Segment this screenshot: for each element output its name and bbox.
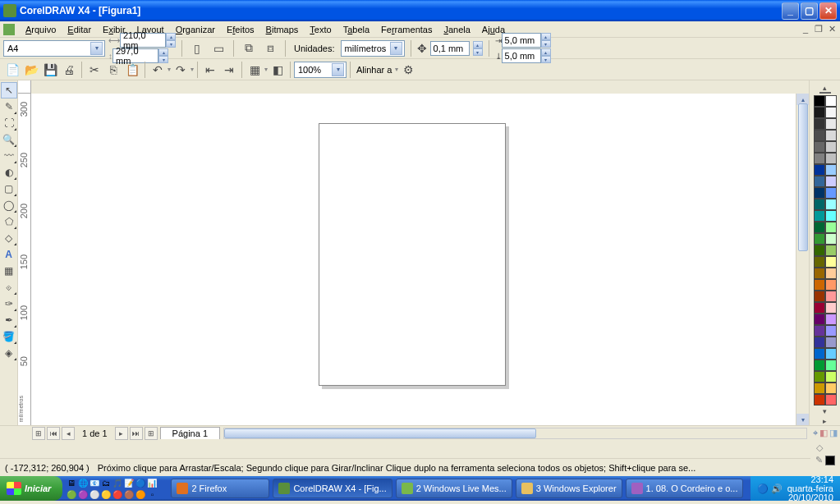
print-button[interactable]: 🖨 — [60, 61, 78, 79]
color-swatch[interactable] — [814, 383, 825, 394]
ql-icon[interactable]: 🟡 — [100, 488, 112, 500]
rectangle-tool[interactable]: ▢ — [1, 181, 17, 197]
color-swatch[interactable] — [814, 95, 825, 107]
color-swatch[interactable] — [814, 233, 825, 245]
color-swatch[interactable] — [814, 210, 825, 222]
color-swatch[interactable] — [825, 210, 837, 222]
color-swatch[interactable] — [825, 337, 837, 348]
color-swatch[interactable] — [814, 141, 825, 153]
scroll-thumb[interactable] — [798, 103, 808, 251]
horizontal-scrollbar[interactable] — [223, 428, 807, 439]
dup-x-input[interactable]: 5,0 mm — [502, 33, 541, 48]
taskbar-item[interactable]: 1. 08. O Cordeiro e o... — [626, 479, 744, 498]
color-swatch[interactable] — [814, 245, 825, 256]
color-swatch[interactable] — [825, 95, 837, 107]
menu-bitmaps[interactable]: Bitmaps — [260, 23, 305, 36]
start-button[interactable]: Iniciar — [0, 476, 62, 501]
tray-icon[interactable]: 🔵 — [757, 483, 769, 494]
menu-tabela[interactable]: Tabela — [337, 23, 375, 36]
color-swatch[interactable] — [814, 256, 825, 268]
color-swatch[interactable] — [814, 325, 825, 337]
open-button[interactable]: 📂 — [22, 61, 40, 79]
vertical-scrollbar[interactable]: ▴ ▾ — [796, 94, 809, 425]
color-swatch[interactable] — [825, 118, 837, 130]
ruler-vertical[interactable]: milímetros 30025020015010050 — [18, 94, 31, 425]
zoom-tool[interactable]: 🔍 — [1, 131, 17, 148]
redo-button[interactable]: ↷ — [172, 61, 190, 79]
color-swatch[interactable] — [814, 360, 825, 371]
current-page-button[interactable]: ⧈ — [261, 39, 279, 57]
color-swatch[interactable] — [814, 394, 825, 405]
color-swatch[interactable] — [814, 348, 825, 360]
ql-icon[interactable]: 🟢 — [66, 488, 77, 500]
menu-editar[interactable]: Editar — [62, 23, 97, 36]
color-swatch[interactable] — [814, 337, 825, 348]
color-swatch[interactable] — [825, 348, 837, 360]
color-swatch[interactable] — [814, 371, 825, 383]
basic-shapes-tool[interactable]: ◇ — [1, 230, 17, 246]
color-swatch[interactable] — [814, 118, 825, 130]
options-button[interactable]: ⚙ — [399, 61, 417, 79]
export-button[interactable]: ⇥ — [220, 61, 238, 79]
menu-janela[interactable]: Janela — [438, 23, 475, 36]
color-swatch[interactable] — [825, 371, 837, 383]
ellipse-tool[interactable]: ◯ — [1, 197, 17, 213]
fill-tool[interactable]: 🪣 — [1, 328, 17, 345]
color-swatch[interactable] — [814, 153, 825, 164]
maximize-button[interactable]: ▢ — [801, 2, 818, 20]
crop-tool[interactable]: ⛶ — [1, 115, 17, 131]
color-swatch[interactable] — [825, 291, 837, 302]
ql-icon[interactable]: 🎵 — [112, 477, 123, 488]
ql-icon[interactable]: 📝 — [123, 477, 135, 488]
color-swatch[interactable] — [814, 199, 825, 210]
scroll-down-arrow[interactable]: ▾ — [796, 414, 809, 425]
color-swatch[interactable] — [825, 383, 837, 394]
units-dropdown[interactable]: milímetros ▾ — [341, 40, 405, 57]
text-tool[interactable]: A — [1, 246, 17, 263]
color-swatch[interactable] — [814, 314, 825, 325]
color-swatch[interactable] — [825, 130, 837, 141]
doc-minimize-button[interactable]: _ — [799, 24, 812, 34]
doc-close-button[interactable]: ✕ — [825, 24, 838, 34]
welcome-button[interactable]: ◧ — [269, 61, 287, 79]
ql-icon[interactable]: 📊 — [146, 477, 158, 488]
outline-color-indicator[interactable] — [825, 456, 835, 465]
minimize-button[interactable]: _ — [782, 2, 799, 20]
save-button[interactable]: 💾 — [41, 61, 59, 79]
ql-icon[interactable]: 🌐 — [77, 477, 89, 488]
app-launcher-button[interactable]: ▦ — [246, 61, 264, 79]
taskbar-item[interactable]: CorelDRAW X4 - [Fig... — [273, 479, 392, 498]
menu-ferramentas[interactable]: Ferramentas — [375, 23, 438, 36]
menu-efeitos[interactable]: Efeitos — [221, 23, 260, 36]
color-swatch[interactable] — [814, 164, 825, 176]
ql-icon[interactable]: 🔵 — [135, 477, 146, 488]
page-tab[interactable]: Página 1 — [160, 427, 220, 439]
landscape-button[interactable]: ▭ — [209, 39, 227, 57]
copy-button[interactable]: ⎘ — [104, 61, 122, 79]
color-swatch[interactable] — [825, 279, 837, 291]
dup-y-spinner[interactable]: ▴▾ — [541, 48, 551, 63]
color-swatch[interactable] — [825, 268, 837, 279]
no-color-swatch[interactable] — [819, 92, 831, 94]
color-swatch[interactable] — [814, 130, 825, 141]
ql-icon[interactable]: 🟤 — [123, 488, 135, 500]
color-swatch[interactable] — [825, 153, 837, 164]
last-page-button[interactable]: ⏭ — [130, 427, 143, 440]
color-swatch[interactable] — [814, 107, 825, 118]
add-page-after-button[interactable]: ⊞ — [145, 427, 158, 440]
palette-flyout[interactable]: ▸ — [823, 417, 827, 425]
ruler-origin[interactable] — [18, 80, 31, 94]
all-pages-button[interactable]: ⧉ — [240, 39, 258, 57]
freehand-tool[interactable]: 〰 — [1, 148, 17, 164]
fill-color-indicator[interactable] — [825, 443, 835, 453]
color-swatch[interactable] — [825, 245, 837, 256]
prev-page-button[interactable]: ◂ — [62, 427, 75, 440]
ql-icon[interactable]: 🟠 — [135, 488, 146, 500]
ql-icon[interactable]: 🔴 — [112, 488, 123, 500]
ql-icon[interactable]: ▫ — [146, 488, 158, 500]
hscroll-thumb[interactable] — [224, 428, 536, 438]
color-swatch[interactable] — [825, 187, 837, 199]
import-button[interactable]: ⇤ — [201, 61, 219, 79]
tray-clock[interactable]: 23:14 quarta-feira 20/10/2010 — [787, 475, 833, 502]
doc-restore-button[interactable]: ❐ — [812, 24, 825, 34]
